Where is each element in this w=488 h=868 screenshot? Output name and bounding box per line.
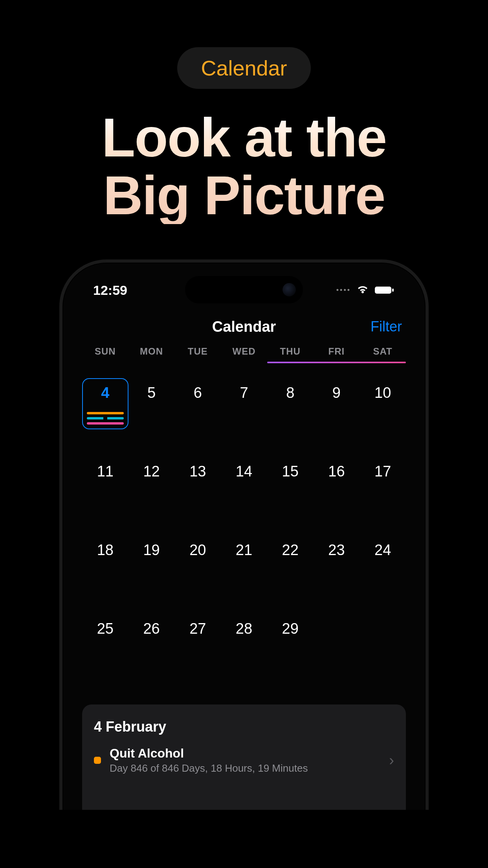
day-number: 19 (143, 542, 160, 559)
day-number: 23 (328, 542, 345, 559)
nav-bar: Calendar Filter (82, 310, 406, 344)
weekday-thu: THU (267, 346, 314, 362)
camera-icon (283, 283, 296, 296)
event-subtitle: Day 846 of 846 Days, 18 Hours, 19 Minute… (110, 762, 380, 774)
status-right: •••• (336, 285, 395, 295)
week-progress-underline (267, 362, 406, 363)
phone-mockup: 12:59 •••• Calendar Filter SUN MON (59, 259, 429, 810)
svg-rect-1 (392, 289, 394, 292)
day-cell-8[interactable]: 8 (267, 378, 314, 429)
weekday-sat: SAT (360, 346, 406, 362)
weekday-wed: WED (221, 346, 267, 362)
status-time: 12:59 (93, 283, 127, 298)
day-cell-15[interactable]: 15 (267, 457, 314, 508)
day-cell-18[interactable]: 18 (82, 535, 128, 587)
headline-line-2: Big Picture (103, 164, 385, 226)
headline-line-1: Look at the (102, 107, 387, 168)
event-bar-teal (87, 417, 124, 419)
weekday-mon: MON (128, 346, 175, 362)
weekday-tue: TUE (174, 346, 221, 362)
detail-date-label: 4 February (94, 719, 394, 735)
day-number: 11 (97, 463, 114, 480)
day-number: 20 (189, 542, 206, 559)
status-dots-icon: •••• (336, 286, 351, 294)
day-cell-19[interactable]: 19 (128, 535, 175, 587)
battery-icon (374, 285, 395, 295)
day-detail-panel: 4 February Quit Alcohol Day 846 of 846 D… (82, 704, 406, 810)
day-cell-17[interactable]: 17 (360, 457, 406, 508)
pill-label: Calendar (201, 56, 287, 80)
day-cell-14[interactable]: 14 (221, 457, 267, 508)
day-number: 15 (282, 463, 299, 480)
event-bar-pink (87, 422, 124, 425)
day-number: 21 (236, 542, 252, 559)
wifi-icon (356, 285, 369, 295)
day-number: 14 (236, 463, 252, 480)
day-number: 12 (143, 463, 160, 480)
day-cell-10[interactable]: 10 (360, 378, 406, 429)
day-cell-11[interactable]: 11 (82, 457, 128, 508)
day-number: 16 (328, 463, 345, 480)
weekday-header: SUN MON TUE WED THU FRI SAT (82, 346, 406, 362)
day-cell-24[interactable]: 24 (360, 535, 406, 587)
day-number: 10 (374, 384, 391, 401)
app-store-promo-page: Calendar Look at the Big Picture 12:59 •… (0, 0, 488, 868)
svg-rect-0 (375, 287, 391, 294)
category-pill: Calendar (177, 47, 310, 89)
day-number: 28 (236, 620, 252, 637)
day-number: 7 (240, 384, 248, 401)
day-cell-16[interactable]: 16 (314, 457, 360, 508)
dynamic-island (185, 276, 303, 303)
day-cell-5[interactable]: 5 (128, 378, 175, 429)
day-number: 25 (97, 620, 114, 637)
day-number: 27 (189, 620, 206, 637)
day-cell-29[interactable]: 29 (267, 614, 314, 665)
day-cell-27[interactable]: 27 (174, 614, 221, 665)
day-number: 4 (101, 384, 109, 401)
day-number: 8 (286, 384, 294, 401)
day-number: 18 (97, 542, 114, 559)
day-cell-6[interactable]: 6 (174, 378, 221, 429)
day-number: 13 (189, 463, 206, 480)
day-number: 17 (374, 463, 391, 480)
day-number: 24 (374, 542, 391, 559)
day-cell-13[interactable]: 13 (174, 457, 221, 508)
day-cell-28[interactable]: 28 (221, 614, 267, 665)
day-cell-23[interactable]: 23 (314, 535, 360, 587)
chevron-right-icon: › (389, 752, 394, 769)
nav-title: Calendar (212, 318, 276, 335)
headline: Look at the Big Picture (102, 108, 387, 224)
day-event-bars (87, 412, 124, 425)
day-number: 29 (282, 620, 299, 637)
weekday-fri: FRI (314, 346, 360, 362)
event-bar-orange (87, 412, 124, 414)
day-cell-21[interactable]: 21 (221, 535, 267, 587)
event-color-dot (94, 757, 101, 764)
event-row[interactable]: Quit Alcohol Day 846 of 846 Days, 18 Hou… (94, 746, 394, 774)
day-cell-12[interactable]: 12 (128, 457, 175, 508)
day-cell-7[interactable]: 7 (221, 378, 267, 429)
day-cell-22[interactable]: 22 (267, 535, 314, 587)
phone-frame: 12:59 •••• Calendar Filter SUN MON (59, 259, 429, 810)
day-cell-4[interactable]: 4 (82, 378, 128, 429)
weekday-sun: SUN (82, 346, 128, 362)
day-number: 26 (143, 620, 160, 637)
day-cell-9[interactable]: 9 (314, 378, 360, 429)
filter-button[interactable]: Filter (371, 318, 402, 335)
event-text: Quit Alcohol Day 846 of 846 Days, 18 Hou… (110, 746, 380, 774)
day-number: 9 (332, 384, 341, 401)
day-cell-26[interactable]: 26 (128, 614, 175, 665)
day-cell-25[interactable]: 25 (82, 614, 128, 665)
event-title: Quit Alcohol (110, 746, 380, 761)
day-number: 5 (147, 384, 156, 401)
calendar-grid: 4 5 6 7 8 9 10 11 12 13 14 15 16 (82, 378, 406, 665)
day-number: 6 (194, 384, 202, 401)
day-cell-20[interactable]: 20 (174, 535, 221, 587)
day-number: 22 (282, 542, 299, 559)
